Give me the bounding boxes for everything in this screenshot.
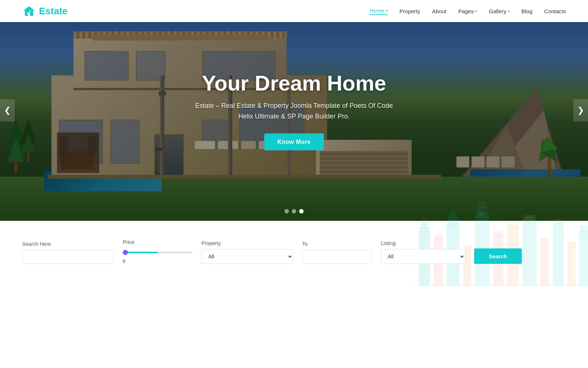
- hero-next-button[interactable]: ❯: [573, 99, 588, 121]
- search-section: Search Here Price 0 Property All House A…: [0, 221, 588, 286]
- know-more-button[interactable]: Know More: [264, 134, 324, 151]
- hero-dots: [284, 209, 304, 213]
- nav-about[interactable]: About: [432, 8, 447, 14]
- property-group: Property All House Apartment Villa Comme…: [201, 240, 293, 264]
- search-button-group: Search: [474, 240, 522, 264]
- svg-rect-29: [580, 226, 588, 232]
- price-to-group: To 750000: [302, 241, 372, 264]
- svg-rect-22: [523, 220, 537, 286]
- nav-property[interactable]: Property: [399, 8, 420, 14]
- svg-rect-2: [29, 10, 31, 12]
- hero-prev-button[interactable]: ❮: [0, 99, 15, 121]
- chevron-down-icon-gallery: ▾: [508, 9, 510, 13]
- listing-label: Listing: [381, 240, 465, 246]
- price-to-label: To: [302, 241, 372, 247]
- chevron-down-icon-pages: ▾: [475, 9, 477, 13]
- svg-rect-30: [412, 285, 588, 286]
- price-to-input[interactable]: 750000: [302, 250, 372, 264]
- property-label: Property: [201, 240, 293, 246]
- svg-rect-17: [478, 201, 486, 208]
- hero-subtitle2: Helix Ultimate & SP Page Builder Pro.: [195, 113, 393, 120]
- svg-rect-19: [494, 230, 503, 236]
- hero-content: Your Dream Home Estate – Real Estate & P…: [195, 71, 393, 151]
- nav-gallery[interactable]: Gallery ▾: [489, 8, 510, 14]
- svg-rect-27: [567, 242, 576, 286]
- svg-rect-25: [553, 223, 564, 286]
- svg-rect-26: [553, 218, 563, 225]
- nav-blog[interactable]: Blog: [521, 8, 533, 14]
- price-slider-container: [123, 248, 193, 255]
- hero-dot-1[interactable]: [284, 209, 289, 213]
- hero-dot-2[interactable]: [292, 209, 296, 213]
- navbar: Estate Home ▾ Property About Pages ▾ Gal…: [0, 0, 588, 22]
- logo-text: Estate: [39, 6, 68, 17]
- svg-rect-6: [422, 218, 427, 225]
- nav-home[interactable]: Home ▾: [370, 7, 388, 15]
- price-slider-input[interactable]: [123, 252, 193, 253]
- search-here-group: Search Here: [22, 241, 114, 264]
- nav-contacts[interactable]: Contacts: [544, 8, 566, 14]
- search-form: Search Here Price 0 Property All House A…: [22, 239, 522, 264]
- svg-rect-24: [540, 238, 549, 286]
- svg-rect-1: [27, 12, 29, 14]
- hero-dot-3[interactable]: [299, 209, 304, 213]
- listing-group: Listing All For Sale For Rent New Listin…: [381, 240, 465, 264]
- svg-rect-8: [434, 234, 442, 240]
- price-label: Price: [123, 239, 193, 245]
- hero-subtitle: Estate – Real Estate & Property Joomla T…: [195, 102, 393, 110]
- nav-pages[interactable]: Pages ▾: [458, 8, 477, 14]
- search-here-input[interactable]: [22, 250, 114, 264]
- svg-rect-12: [450, 210, 456, 217]
- chevron-down-icon: ▾: [386, 8, 388, 13]
- price-group: Price 0: [123, 239, 193, 264]
- nav-links: Home ▾ Property About Pages ▾ Gallery ▾ …: [370, 7, 566, 15]
- svg-rect-28: [579, 231, 588, 286]
- search-button[interactable]: Search: [474, 248, 522, 264]
- listing-select[interactable]: All For Sale For Rent New Listing: [381, 249, 465, 264]
- hero-title: Your Dream Home: [195, 71, 393, 95]
- search-here-label: Search Here: [22, 241, 114, 247]
- svg-rect-21: [508, 223, 518, 229]
- logo[interactable]: Estate: [22, 4, 68, 18]
- property-select[interactable]: All House Apartment Villa Commercial: [201, 249, 293, 264]
- hero-section: Your Dream Home Estate – Real Estate & P…: [0, 0, 588, 221]
- price-from-value: 0: [123, 258, 193, 264]
